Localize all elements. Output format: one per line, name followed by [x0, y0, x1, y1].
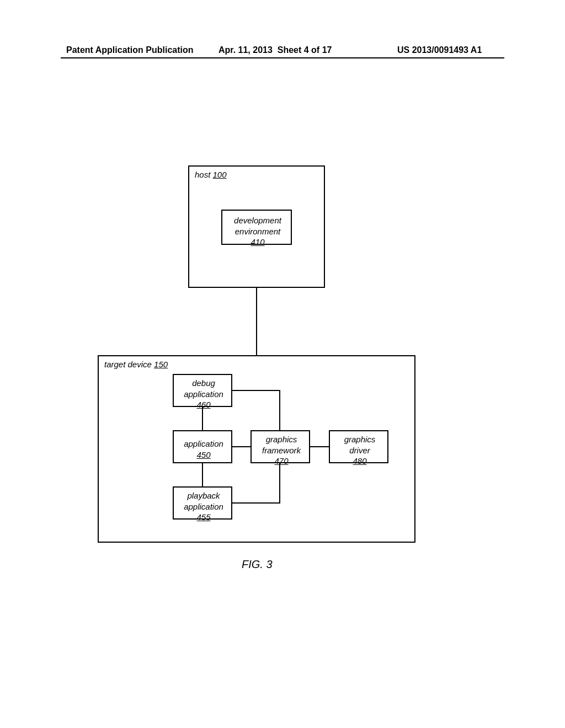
- connector-host-target: [256, 288, 257, 355]
- dev-env-label: developmentenvironment 410: [222, 215, 293, 248]
- driver-box: graphicsdriver 480: [329, 430, 388, 463]
- connector-playback-right-v: [279, 463, 280, 504]
- application-ref: 450: [196, 450, 210, 459]
- framework-ref: 470: [274, 456, 288, 465]
- dev-env-box: developmentenvironment 410: [221, 210, 292, 245]
- driver-text: graphicsdriver: [344, 435, 376, 455]
- framework-text: graphicsframework: [262, 435, 301, 455]
- debug-app-text: debugapplication: [184, 378, 223, 399]
- host-ref: 100: [213, 170, 227, 179]
- debug-app-ref: 460: [196, 400, 210, 409]
- connector-playback-right-h: [232, 502, 280, 504]
- playback-box: playbackapplication 455: [173, 486, 232, 520]
- debug-app-box: debugapplication 460: [173, 374, 232, 407]
- host-label: host 100: [195, 170, 227, 179]
- connector-framework-driver: [310, 446, 329, 447]
- connector-application-framework: [232, 446, 250, 447]
- connector-debug-application: [202, 407, 203, 430]
- figure-caption: FIG. 3: [242, 558, 273, 571]
- connector-debug-right-v: [279, 390, 280, 430]
- debug-app-label: debugapplication 460: [174, 378, 233, 410]
- dev-env-text: developmentenvironment: [234, 216, 281, 236]
- playback-label: playbackapplication 455: [174, 490, 233, 523]
- target-ref: 150: [154, 360, 168, 369]
- host-label-text: host: [195, 170, 210, 179]
- dev-env-ref: 410: [250, 237, 264, 247]
- target-label-text: target device: [104, 360, 152, 369]
- driver-ref: 480: [353, 456, 366, 465]
- connector-application-playback: [202, 463, 203, 486]
- framework-label: graphicsframework 470: [252, 434, 311, 467]
- driver-label: graphicsdriver 480: [330, 434, 390, 467]
- figure-diagram: host 100 developmentenvironment 410 targ…: [0, 0, 565, 728]
- application-text: application: [184, 439, 223, 448]
- application-box: application 450: [173, 430, 232, 463]
- connector-debug-right-h: [232, 390, 280, 391]
- framework-box: graphicsframework 470: [250, 430, 310, 463]
- application-label: application 450: [174, 438, 233, 460]
- target-label: target device 150: [104, 360, 168, 369]
- playback-ref: 455: [196, 512, 210, 522]
- playback-text: playbackapplication: [184, 491, 223, 511]
